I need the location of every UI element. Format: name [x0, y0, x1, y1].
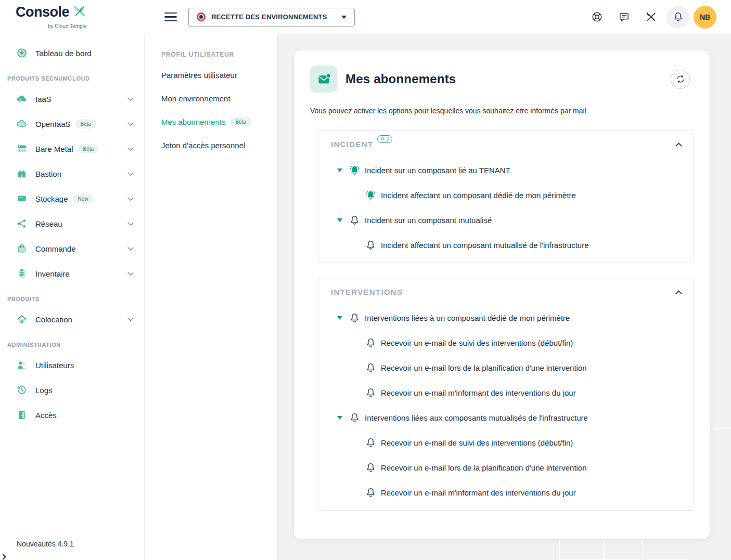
refresh-button[interactable]	[671, 70, 690, 89]
bell-outline-icon[interactable]	[365, 387, 376, 398]
caret-down-icon[interactable]	[337, 168, 342, 172]
sidebar-section-heading: PRODUITS	[0, 286, 144, 307]
sidebar-item-reseau[interactable]: Réseau	[0, 211, 144, 236]
help-button[interactable]	[585, 6, 608, 29]
subscription-row[interactable]: Recevoir un e-mail m'informant des inter…	[318, 380, 694, 405]
subscription-row[interactable]: Recevoir un e-mail lors de la planificat…	[318, 455, 694, 480]
chevron-down-icon	[127, 244, 133, 250]
door-icon	[16, 409, 28, 421]
subscription-label: Incident affectant un composant dédié de…	[381, 191, 576, 200]
subscriptions-card: Mes abonnements Vous pouvez activer les …	[294, 50, 710, 539]
sidebar-item-label: Stockage	[35, 194, 68, 203]
bell-outline-icon[interactable]	[365, 337, 376, 348]
new-badge: New	[73, 194, 93, 203]
subscription-row[interactable]: Incident sur un composant mutualisé	[318, 207, 694, 232]
incident-section-header[interactable]: INCIDENT 1	[318, 131, 694, 158]
subnav-item-abonnements[interactable]: Mes abonnements Bêta	[161, 116, 277, 127]
environment-target-icon	[197, 12, 206, 21]
subscription-row[interactable]: Incident affectant un composant mutualis…	[318, 232, 694, 257]
sidebar-item-label: Accès	[35, 411, 57, 420]
sidebar-item-label: Logs	[35, 386, 53, 395]
badge-count: 1	[387, 137, 389, 141]
bell-outline-icon[interactable]	[365, 437, 376, 448]
subscription-row[interactable]: Recevoir un e-mail de suivi des interven…	[318, 430, 694, 455]
fortress-icon	[16, 167, 28, 180]
environment-selector[interactable]: RECETTE DES ENVIRONNEMENTS	[188, 8, 355, 27]
subscription-row[interactable]: Incident sur un composant lié au TENANT	[318, 158, 694, 183]
caret-down-icon[interactable]	[337, 218, 342, 222]
notifications-button[interactable]	[666, 6, 689, 29]
subnav-item-parametres[interactable]: Paramètres utilisateur	[161, 70, 277, 80]
sidebar-item-acces[interactable]: Accès	[0, 402, 144, 427]
sidebar-item-utilisateurs[interactable]: Utilisateurs	[0, 353, 144, 377]
sidebar-item-label: Tableau de bord	[35, 49, 92, 58]
subscription-row[interactable]: Interventions liées aux composants mutua…	[318, 405, 694, 430]
subnav-item-environnement[interactable]: Mon environnement	[161, 93, 277, 103]
chevron-up-icon[interactable]	[675, 142, 682, 149]
subscription-label: Interventions liées à un composant dédié…	[365, 314, 570, 322]
bell-outline-icon[interactable]	[365, 487, 376, 498]
app-logo[interactable]: Console by Cloud Temple	[0, 5, 145, 29]
caret-down-icon[interactable]	[337, 416, 342, 420]
sidebar-item-label: Commande	[35, 244, 76, 253]
cloud-outline-icon	[16, 118, 28, 130]
bell-filled-icon[interactable]	[365, 189, 376, 201]
subscription-label: Recevoir un e-mail lors de la planificat…	[381, 363, 587, 372]
caret-down-icon[interactable]	[337, 316, 342, 320]
chevron-up-icon[interactable]	[675, 290, 682, 297]
incident-section: INCIDENT 1 Incident sur un composant lié	[318, 130, 694, 263]
subscription-label: Incident sur un composant mutualisé	[365, 216, 492, 225]
page-title: Mes abonnements	[345, 72, 456, 86]
subscription-row[interactable]: Incident affectant un composant dédié de…	[318, 183, 694, 207]
history-icon	[16, 384, 28, 396]
subnav-item-jeton[interactable]: Jeton d'accès personnel	[161, 140, 277, 150]
user-avatar[interactable]: NB	[694, 6, 716, 29]
sidebar-section-heading: ADMINISTRATION	[0, 332, 144, 353]
whats-new-link[interactable]: Nouveautés 4.9.1	[0, 527, 144, 560]
subnav-heading: PROFIL UTILISATEUR	[161, 51, 277, 58]
sidebar-item-inventaire[interactable]: Inventaire	[0, 261, 144, 286]
bell-outline-icon[interactable]	[349, 214, 360, 226]
topbar-actions: NB	[585, 6, 731, 29]
subscription-row[interactable]: Recevoir un e-mail de suivi des interven…	[318, 330, 694, 355]
hamburger-menu-icon[interactable]	[164, 12, 177, 21]
subnav-item-label: Mes abonnements	[161, 118, 225, 126]
subscription-row[interactable]: Interventions liées à un composant dédié…	[318, 305, 694, 330]
subscription-label: Recevoir un e-mail de suivi des interven…	[381, 338, 573, 347]
bell-filled-icon[interactable]	[349, 164, 360, 176]
sidebar-item-commande[interactable]: Commande	[0, 236, 144, 261]
interventions-section-header[interactable]: INTERVENTIONS	[318, 278, 694, 305]
sidebar-item-bastion[interactable]: Bastion	[0, 161, 144, 186]
logo-subtitle: by Cloud Temple	[48, 23, 145, 29]
clipboard-icon	[16, 267, 28, 280]
sidebar-item-label: Utilisateurs	[35, 361, 74, 370]
sidebar-item-colocation[interactable]: Colocation	[0, 307, 144, 332]
subscription-label: Incident affectant un composant mutualis…	[381, 241, 588, 250]
incident-count-badge: 1	[377, 135, 392, 143]
mail-icon	[310, 66, 337, 93]
subscription-row[interactable]: Recevoir un e-mail m'informant des inter…	[318, 480, 694, 505]
section-title: INTERVENTIONS	[331, 288, 403, 296]
tools-button[interactable]	[639, 6, 662, 29]
subscription-row[interactable]: Recevoir un e-mail lors de la planificat…	[318, 355, 694, 380]
sidebar-item-iaas[interactable]: IaaS	[0, 86, 144, 111]
bell-outline-icon[interactable]	[349, 312, 360, 323]
lifebuoy-icon	[591, 11, 603, 23]
subscription-label: Recevoir un e-mail m'informant des inter…	[381, 388, 576, 397]
sidebar-item-label: Bare Metal	[35, 145, 73, 153]
cloud-icon	[16, 93, 28, 105]
sidebar-item-openiaas[interactable]: OpenIaaS Bêta	[0, 111, 144, 136]
bell-icon	[380, 137, 385, 141]
bell-outline-icon[interactable]	[349, 412, 360, 423]
sidebar-item-stockage[interactable]: Stockage New	[0, 186, 144, 211]
sidebar-item-dashboard[interactable]: Tableau de bord	[0, 41, 144, 66]
feedback-button[interactable]	[612, 6, 635, 29]
bell-outline-icon[interactable]	[365, 462, 376, 473]
bell-outline-icon[interactable]	[365, 362, 376, 373]
bell-outline-icon[interactable]	[365, 239, 376, 251]
sidebar-item-logs[interactable]: Logs	[0, 377, 144, 402]
storage-drive-icon	[16, 192, 28, 205]
subscription-label: Recevoir un e-mail m'informant des inter…	[381, 488, 576, 497]
logo-title: Console	[16, 5, 69, 19]
sidebar-item-bare-metal[interactable]: Bare Metal Bêta	[0, 136, 144, 161]
